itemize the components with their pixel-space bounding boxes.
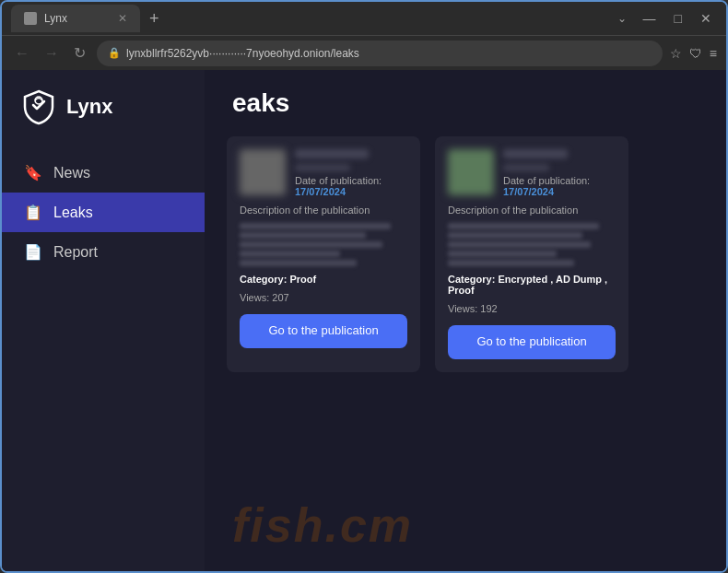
card-top-2: Date of publication: 17/07/2024 <box>448 149 616 197</box>
logo-icon <box>20 88 57 125</box>
new-tab-button[interactable]: + <box>144 9 165 29</box>
browser-titlebar: Lynx ✕ + ⌄ — □ ✕ <box>2 2 726 35</box>
card-views-label-1: Views: <box>240 292 269 303</box>
card-views-label-2: Views: <box>448 303 477 314</box>
tab-dropdown-button[interactable]: ⌄ <box>617 12 627 25</box>
logo-area: Lynx <box>2 88 205 153</box>
logo-text: Lynx <box>66 95 113 119</box>
back-button[interactable]: ← <box>11 43 33 64</box>
card-company-sub-2 <box>503 164 549 171</box>
news-icon: 🔖 <box>24 164 42 181</box>
card-category-2: Category: Encrypted , AD Dump , Proof <box>448 274 616 296</box>
card-desc-label-1: Description of the publication <box>240 205 407 216</box>
refresh-button[interactable]: ↻ <box>70 42 89 64</box>
blurred-line <box>448 251 557 257</box>
card-views-value-2: 192 <box>480 303 497 314</box>
toolbar-actions: ☆ 🛡 ≡ <box>670 46 717 61</box>
blurred-line <box>448 223 599 229</box>
card-desc-content-1 <box>240 223 407 266</box>
blurred-line <box>448 232 582 239</box>
blurred-line <box>240 260 357 266</box>
blurred-line <box>240 251 340 257</box>
leak-card-2: Date of publication: 17/07/2024 Descript… <box>435 136 628 372</box>
blurred-line <box>240 223 391 229</box>
card-header-info-1: Date of publication: 17/07/2024 <box>295 149 407 197</box>
menu-icon[interactable]: ≡ <box>710 46 717 61</box>
tab-favicon <box>24 12 37 25</box>
card-date-label-2: Date of publication: <box>503 175 616 186</box>
leak-card-1: Date of publication: 17/07/2024 Descript… <box>227 136 420 372</box>
blurred-line <box>448 241 591 248</box>
card-thumbnail-1 <box>240 149 286 195</box>
cards-container: Date of publication: 17/07/2024 Descript… <box>205 127 726 381</box>
card-date-value-1: 17/07/2024 <box>295 186 407 197</box>
sidebar-item-report[interactable]: 📄 Report <box>2 232 205 272</box>
tab-close-button[interactable]: ✕ <box>118 13 127 24</box>
page-header: eaks <box>205 70 726 127</box>
maximize-button[interactable]: □ <box>669 9 687 28</box>
card-top-1: Date of publication: 17/07/2024 <box>240 149 407 197</box>
card-category-label-1: Category: <box>240 274 287 285</box>
card-desc-label-2: Description of the publication <box>448 205 616 216</box>
page-title: eaks <box>232 88 699 118</box>
address-middle: ············ <box>209 47 246 60</box>
nav-item-label-leaks: Leaks <box>53 205 93 221</box>
address-domain: 7nyoeohyd.onion/leaks <box>246 47 359 60</box>
nav-item-label-news: News <box>53 165 90 181</box>
main-content: eaks Date of publication: 17/07/2024 <box>205 70 726 571</box>
browser-content: Lynx 🔖 News 📋 Leaks 📄 Report e <box>2 70 726 571</box>
leaks-icon: 📋 <box>24 204 42 221</box>
tab-bar: Lynx ✕ + <box>11 5 610 32</box>
forward-button[interactable]: → <box>41 43 63 64</box>
close-window-button[interactable]: ✕ <box>695 9 717 28</box>
minimize-button[interactable]: — <box>638 9 662 28</box>
active-tab[interactable]: Lynx ✕ <box>11 5 140 32</box>
card-desc-content-2 <box>448 223 616 266</box>
address-bar[interactable]: 🔒 lynxbllrfr5262yvb············7nyoeohyd… <box>97 41 663 66</box>
lock-icon: 🔒 <box>108 47 121 59</box>
card-views-2: Views: 192 <box>448 303 616 314</box>
report-icon: 📄 <box>24 243 42 261</box>
window-controls: — □ ✕ <box>638 9 717 28</box>
goto-publication-button-1[interactable]: Go to the publication <box>240 314 407 348</box>
address-text: lynxbllrfr5262yvb············7nyoeohyd.o… <box>126 47 359 60</box>
card-date-value-2: 17/07/2024 <box>503 186 616 197</box>
goto-publication-button-2[interactable]: Go to the publication <box>448 325 616 359</box>
card-date-label-1: Date of publication: <box>295 175 407 186</box>
sidebar: Lynx 🔖 News 📋 Leaks 📄 Report <box>2 70 205 571</box>
nav-items: 🔖 News 📋 Leaks 📄 Report <box>2 153 205 272</box>
card-category-1: Category: Proof <box>240 274 407 285</box>
card-company-name-2 <box>503 149 568 158</box>
sidebar-item-leaks[interactable]: 📋 Leaks <box>2 193 205 232</box>
blurred-line <box>240 241 382 248</box>
card-company-name-1 <box>295 149 369 158</box>
watermark: fish.cm <box>232 497 413 553</box>
nav-item-label-report: Report <box>53 244 98 261</box>
card-header-info-2: Date of publication: 17/07/2024 <box>503 149 616 197</box>
card-company-sub-1 <box>295 164 350 171</box>
address-prefix: lynxbllrfr5262yvb <box>126 47 209 60</box>
blurred-line <box>240 232 366 239</box>
tab-title: Lynx <box>44 12 111 25</box>
card-category-label-2: Category: <box>448 274 495 285</box>
shield-icon[interactable]: 🛡 <box>689 46 702 61</box>
browser-toolbar: ← → ↻ 🔒 lynxbllrfr5262yvb············7ny… <box>2 35 726 70</box>
card-thumbnail-2 <box>448 149 494 195</box>
star-icon[interactable]: ☆ <box>670 46 682 61</box>
card-views-1: Views: 207 <box>240 292 407 303</box>
sidebar-item-news[interactable]: 🔖 News <box>2 153 205 193</box>
browser-window: Lynx ✕ + ⌄ — □ ✕ ← → ↻ 🔒 lynxbllrfr5262y… <box>0 0 728 573</box>
card-views-value-1: 207 <box>272 292 288 303</box>
blurred-line <box>448 260 574 266</box>
card-category-value-1: Proof <box>289 274 316 285</box>
